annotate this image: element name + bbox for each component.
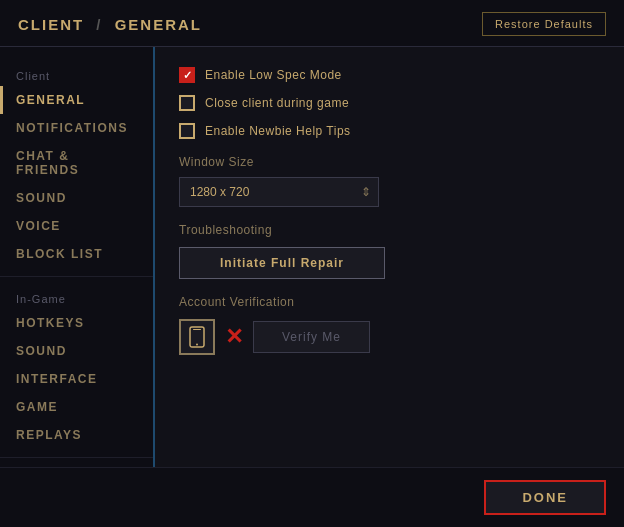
low-spec-checkbox[interactable]	[179, 67, 195, 83]
phone-icon	[188, 326, 206, 348]
sidebar-item-sound-ingame[interactable]: SOUND	[0, 337, 153, 365]
window-size-select[interactable]: 1280 x 720 1920 x 1080 2560 x 1440	[179, 177, 379, 207]
client-section-label: Client	[0, 62, 153, 86]
restore-defaults-button[interactable]: Restore Defaults	[482, 12, 606, 36]
window-size-section: Window Size 1280 x 720 1920 x 1080 2560 …	[179, 155, 600, 207]
newbie-help-checkbox-container[interactable]: Enable Newbie Help Tips	[179, 123, 351, 139]
app-container: CLIENT / GENERAL Restore Defaults Client…	[0, 0, 624, 527]
sidebar-item-hotkeys[interactable]: HOTKEYS	[0, 309, 153, 337]
account-verification-row: ✕ Verify Me	[179, 319, 600, 355]
low-spec-row: Enable Low Spec Mode	[179, 67, 600, 83]
sidebar: Client GENERAL NOTIFICATIONS CHAT & FRIE…	[0, 47, 155, 467]
header: CLIENT / GENERAL Restore Defaults	[0, 0, 624, 47]
title-main: GENERAL	[115, 16, 202, 33]
ingame-section-label: In-Game	[0, 285, 153, 309]
newbie-help-row: Enable Newbie Help Tips	[179, 123, 600, 139]
svg-point-2	[196, 344, 198, 346]
low-spec-label: Enable Low Spec Mode	[205, 68, 342, 82]
sidebar-divider-2	[0, 457, 153, 458]
account-verification-section: Account Verification ✕ Verify Me	[179, 295, 600, 355]
x-mark-icon: ✕	[225, 326, 243, 348]
sidebar-item-sound[interactable]: SOUND	[0, 184, 153, 212]
window-size-label: Window Size	[179, 155, 600, 169]
verify-me-button[interactable]: Verify Me	[253, 321, 370, 353]
initiate-full-repair-button[interactable]: Initiate Full Repair	[179, 247, 385, 279]
newbie-help-checkbox[interactable]	[179, 123, 195, 139]
done-button[interactable]: DONE	[484, 480, 606, 515]
sidebar-item-game[interactable]: GAME	[0, 393, 153, 421]
sidebar-item-general[interactable]: GENERAL	[0, 86, 153, 114]
footer: DONE	[0, 467, 624, 527]
settings-panel: Enable Low Spec Mode Close client during…	[155, 47, 624, 467]
title-prefix: CLIENT	[18, 16, 84, 33]
main-content: Client GENERAL NOTIFICATIONS CHAT & FRIE…	[0, 47, 624, 467]
sidebar-item-block-list[interactable]: BLOCK LIST	[0, 240, 153, 268]
window-size-select-wrapper: 1280 x 720 1920 x 1080 2560 x 1440 ⇕	[179, 177, 379, 207]
troubleshooting-section: Troubleshooting Initiate Full Repair	[179, 223, 600, 279]
page-title: CLIENT / GENERAL	[18, 16, 202, 33]
sidebar-item-voice[interactable]: VOICE	[0, 212, 153, 240]
sidebar-item-notifications[interactable]: NOTIFICATIONS	[0, 114, 153, 142]
title-slash: /	[96, 16, 108, 33]
close-client-checkbox-container[interactable]: Close client during game	[179, 95, 349, 111]
svg-rect-1	[193, 329, 201, 330]
close-client-row: Close client during game	[179, 95, 600, 111]
low-spec-checkbox-container[interactable]: Enable Low Spec Mode	[179, 67, 342, 83]
newbie-help-label: Enable Newbie Help Tips	[205, 124, 351, 138]
sidebar-item-chat-friends[interactable]: CHAT & FRIENDS	[0, 142, 153, 184]
close-client-label: Close client during game	[205, 96, 349, 110]
account-verification-label: Account Verification	[179, 295, 600, 309]
troubleshooting-label: Troubleshooting	[179, 223, 600, 237]
phone-icon-wrapper	[179, 319, 215, 355]
sidebar-item-replays[interactable]: REPLAYS	[0, 421, 153, 449]
close-client-checkbox[interactable]	[179, 95, 195, 111]
sidebar-item-interface[interactable]: INTERFACE	[0, 365, 153, 393]
sidebar-divider-1	[0, 276, 153, 277]
